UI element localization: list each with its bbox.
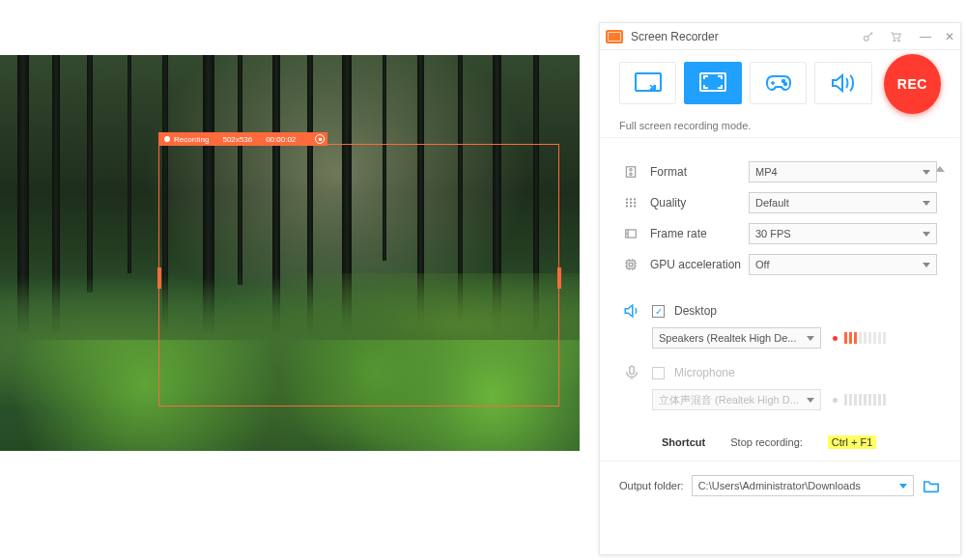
stop-recording-icon[interactable]	[315, 134, 325, 144]
recording-region-frame[interactable]	[158, 144, 559, 406]
format-icon	[623, 164, 639, 180]
mode-description: Full screen recording mode.	[600, 120, 960, 138]
gpu-label: GPU acceleration	[650, 258, 749, 271]
svg-point-18	[635, 206, 636, 207]
chevron-down-icon	[923, 232, 930, 237]
mode-game-button[interactable]	[750, 62, 807, 104]
mode-region-button[interactable]	[619, 62, 676, 104]
chevron-down-icon	[807, 398, 814, 403]
shortcut-heading: Shortcut	[662, 436, 705, 448]
svg-point-1	[894, 40, 895, 42]
chevron-down-icon	[807, 336, 814, 341]
desktop-audio-label: Desktop	[674, 304, 717, 318]
mode-row: REC	[600, 50, 960, 120]
microphone-meter	[833, 393, 886, 406]
svg-point-10	[626, 199, 627, 200]
minimize-button[interactable]: —	[920, 30, 931, 43]
svg-point-9	[630, 173, 632, 175]
output-row: Output folder: C:\Users\Administrator\Do…	[600, 462, 960, 510]
gpu-select[interactable]: Off	[749, 254, 937, 275]
chevron-down-icon	[899, 484, 907, 489]
desktop-audio-checkbox[interactable]: ✓	[652, 305, 665, 318]
recording-elapsed: 00:00:02	[266, 135, 296, 144]
svg-point-16	[626, 206, 627, 207]
desktop-audio-block: ✓ Desktop Speakers (Realtek High De...	[600, 289, 960, 350]
shortcut-keys[interactable]: Ctrl + F1	[828, 435, 876, 449]
shortcut-row: Shortcut Stop recording: Ctrl + F1	[600, 412, 960, 462]
app-logo-icon	[606, 30, 623, 43]
svg-point-5	[781, 80, 783, 82]
svg-rect-3	[636, 73, 661, 91]
gpu-icon	[623, 257, 639, 272]
open-folder-icon[interactable]	[922, 478, 941, 493]
desktop-audio-meter	[833, 331, 886, 345]
svg-point-11	[630, 199, 631, 200]
desktop-device-select[interactable]: Speakers (Realtek High De...	[652, 327, 821, 349]
close-button[interactable]: ✕	[945, 30, 954, 43]
record-button[interactable]: REC	[884, 54, 941, 114]
video-settings: Format MP4 Quality Default Frame rate 30…	[600, 142, 960, 289]
output-path-select[interactable]: C:\Users\Administrator\Downloads	[692, 475, 914, 496]
framerate-icon	[623, 226, 639, 241]
quality-select[interactable]: Default	[749, 192, 937, 213]
recording-status: Recording	[164, 135, 209, 144]
mode-fullscreen-button[interactable]	[684, 62, 741, 104]
svg-point-13	[626, 202, 627, 203]
framerate-label: Frame rate	[650, 227, 749, 240]
svg-point-12	[635, 199, 636, 200]
resize-handle-right[interactable]	[557, 267, 561, 289]
microphone-checkbox[interactable]	[652, 367, 665, 379]
quality-label: Quality	[650, 196, 749, 210]
chevron-down-icon	[923, 201, 930, 206]
quality-icon	[623, 195, 639, 210]
svg-point-17	[630, 206, 631, 207]
output-label: Output folder:	[619, 480, 684, 491]
svg-point-15	[635, 202, 636, 203]
shortcut-action: Stop recording:	[730, 436, 803, 448]
app-title: Screen Recorder	[631, 30, 719, 43]
microphone-device-select[interactable]: 立体声混音 (Realtek High D...	[652, 389, 821, 410]
framerate-select[interactable]: 30 FPS	[749, 223, 937, 244]
mode-audio-button[interactable]	[814, 62, 871, 104]
titlebar: Screen Recorder — ✕	[600, 23, 960, 50]
svg-rect-20	[627, 261, 635, 268]
key-icon[interactable]	[862, 30, 875, 43]
svg-rect-22	[630, 366, 635, 374]
resize-handle-left[interactable]	[157, 267, 161, 289]
chevron-down-icon	[923, 170, 930, 175]
cart-icon[interactable]	[889, 30, 902, 43]
microphone-icon	[623, 364, 640, 381]
recording-preview: Recording 502x536 00:00:02	[0, 55, 580, 451]
svg-point-2	[898, 40, 900, 42]
microphone-block: Microphone 立体声混音 (Realtek High D...	[600, 350, 960, 412]
speaker-icon	[623, 302, 640, 320]
format-select[interactable]: MP4	[749, 161, 937, 182]
recording-dimensions: 502x536	[222, 135, 252, 144]
chevron-down-icon	[923, 263, 930, 267]
recorder-panel: Screen Recorder — ✕ REC Full screen r	[599, 22, 961, 555]
svg-point-8	[630, 169, 632, 171]
svg-point-14	[630, 202, 631, 203]
svg-point-0	[864, 36, 868, 41]
svg-rect-21	[629, 263, 633, 266]
format-label: Format	[650, 165, 749, 179]
svg-point-6	[783, 83, 785, 85]
microphone-label: Microphone	[674, 366, 735, 379]
